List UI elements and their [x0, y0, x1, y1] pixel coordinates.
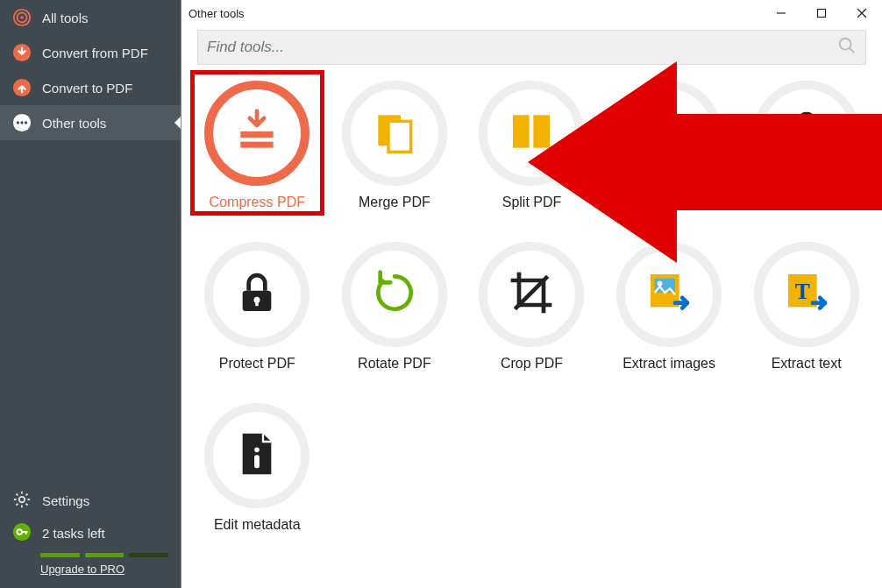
svg-rect-32 — [254, 455, 260, 468]
progress-bar — [129, 553, 168, 557]
svg-rect-17 — [388, 121, 411, 152]
settings-label: Settings — [42, 493, 89, 508]
sidebar-item-convert-from-pdf[interactable]: Convert from PDF — [0, 35, 181, 70]
tool-label: Delete pages — [628, 195, 710, 210]
tool-label: Split PDF — [502, 195, 562, 210]
sidebar-settings[interactable]: Settings — [0, 485, 181, 517]
svg-rect-18 — [513, 115, 530, 147]
titlebar: Other tools — [181, 0, 882, 26]
progress-bar — [85, 553, 124, 557]
tool-crop-pdf[interactable]: Crop PDF — [472, 238, 592, 375]
tool-label: Compress PDF — [210, 195, 305, 210]
sidebar-tasks[interactable]: 2 tasks left — [0, 517, 181, 549]
tool-grid: Compress PDF Merge PDF Split PDF Delete … — [181, 77, 882, 536]
tool-rotate-pdf[interactable]: Rotate PDF — [335, 238, 455, 375]
svg-rect-25 — [256, 300, 260, 306]
close-button[interactable] — [842, 0, 882, 26]
tool-label: Crop PDF — [501, 356, 563, 372]
sidebar-item-other-tools[interactable]: Other tools — [0, 105, 181, 140]
tool-protect-pdf[interactable]: Protect PDF — [197, 238, 317, 375]
svg-text:T: T — [794, 279, 809, 304]
lock-icon — [232, 268, 281, 321]
tool-label: Extract text — [772, 356, 842, 372]
tool-label: Extract images — [622, 356, 715, 372]
search-field[interactable] — [197, 30, 866, 65]
tool-compress-pdf[interactable]: Compress PDF — [197, 77, 317, 214]
tool-merge-pdf[interactable]: Merge PDF — [335, 77, 455, 214]
svg-point-31 — [254, 448, 260, 453]
window-title: Other tools — [188, 7, 245, 20]
search-bar — [181, 26, 882, 77]
image-arrow-icon — [644, 268, 694, 321]
svg-point-9 — [19, 497, 25, 502]
svg-rect-19 — [534, 115, 551, 147]
nav-list: All tools Convert from PDF Convert to PD… — [0, 0, 181, 478]
main-panel: Other tools Compress PDF — [181, 0, 882, 588]
selected-marker-icon — [174, 117, 181, 129]
window-buttons — [761, 0, 882, 26]
progress-bar — [40, 553, 80, 557]
tool-edit-metadata[interactable]: Edit metadata — [197, 400, 317, 536]
upgrade-link[interactable]: Upgrade to PRO — [40, 563, 124, 576]
svg-point-6 — [17, 121, 19, 124]
sidebar-item-label: Convert from PDF — [42, 46, 148, 60]
svg-point-13 — [840, 39, 851, 50]
compress-icon — [232, 107, 281, 159]
tool-label: Rotate PDF — [358, 356, 431, 372]
tool-delete-pages[interactable]: Delete pages — [609, 77, 729, 214]
svg-point-2 — [20, 16, 24, 19]
tool-extract-text[interactable]: T Extract text — [746, 238, 866, 375]
split-icon — [507, 107, 556, 159]
sidebar-item-label: Other tools — [42, 116, 106, 131]
target-icon — [12, 8, 32, 27]
ellipsis-circle-icon — [12, 113, 32, 132]
arrow-up-circle-icon — [12, 78, 32, 97]
gear-icon — [12, 490, 32, 512]
sidebar-item-label: Convert to PDF — [42, 81, 132, 96]
text-arrow-icon: T — [782, 268, 831, 321]
sidebar-item-convert-to-pdf[interactable]: Convert to PDF — [0, 70, 181, 105]
svg-point-7 — [20, 121, 23, 124]
minimize-button[interactable] — [761, 0, 801, 26]
file-info-icon — [232, 429, 281, 482]
upgrade-link-wrap: Upgrade to PRO — [0, 561, 181, 576]
svg-point-8 — [25, 121, 27, 124]
sidebar: All tools Convert from PDF Convert to PD… — [0, 0, 181, 588]
maximize-button[interactable] — [801, 0, 842, 26]
sidebar-item-label: All tools — [42, 11, 89, 25]
svg-rect-15 — [241, 142, 274, 148]
tasks-progress — [0, 549, 181, 561]
svg-rect-14 — [241, 131, 274, 138]
unlock-icon — [782, 107, 831, 159]
crop-icon — [507, 268, 556, 321]
svg-rect-12 — [818, 10, 826, 18]
tool-label: Unlock PDF — [769, 195, 843, 210]
svg-rect-22 — [805, 138, 808, 145]
tasks-label: 2 tasks left — [42, 526, 105, 541]
search-icon — [837, 36, 857, 59]
rotate-icon — [370, 268, 419, 321]
merge-icon — [370, 107, 419, 159]
arrow-down-circle-icon — [12, 43, 32, 62]
trash-icon — [644, 107, 694, 159]
tool-split-pdf[interactable]: Split PDF — [472, 77, 592, 214]
tool-label: Edit metadata — [214, 517, 301, 533]
tool-unlock-pdf[interactable]: Unlock PDF — [746, 77, 866, 214]
tool-label: Merge PDF — [359, 195, 430, 210]
tool-label: Protect PDF — [219, 356, 295, 372]
search-input[interactable] — [207, 39, 830, 56]
tool-extract-images[interactable]: Extract images — [609, 238, 729, 375]
sidebar-bottom: Settings 2 tasks left Upgrade to PRO — [0, 478, 181, 588]
sidebar-item-all-tools[interactable]: All tools — [0, 0, 181, 35]
key-icon — [12, 522, 32, 544]
